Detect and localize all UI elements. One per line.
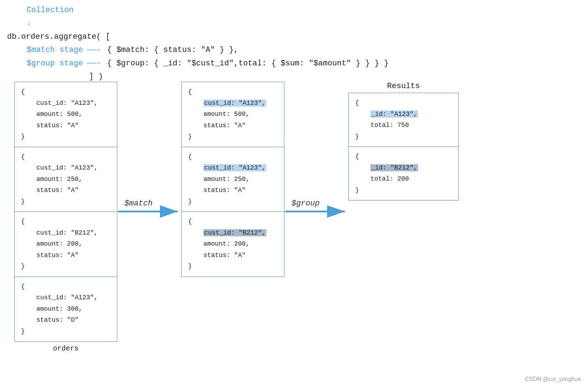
doc4-line4: } bbox=[21, 326, 111, 337]
doc1-line4: } bbox=[21, 131, 111, 143]
mdoc3-line4: } bbox=[188, 261, 278, 272]
code-section: Collection ↓ db.orders.aggregate( [ $mat… bbox=[7, 4, 389, 83]
doc2-line1: cust_id: "A123", bbox=[21, 162, 111, 174]
watermark: CSDN @cui_yonghua bbox=[525, 376, 581, 382]
collection-label: Collection bbox=[27, 6, 74, 15]
mdoc2-line2: amount: 250, bbox=[188, 174, 278, 185]
mdoc2-line0: { bbox=[188, 151, 278, 163]
mdoc3-line3: status: "A" bbox=[188, 250, 278, 261]
code-line1: db.orders.aggregate( [ bbox=[7, 30, 389, 43]
doc2-line3: status: "A" bbox=[21, 185, 111, 196]
rdoc2-line1: _id: "B212", bbox=[355, 162, 452, 174]
mdoc1-line1: cust_id: "A123", bbox=[188, 98, 278, 109]
doc4-line1: cust_id: "A123", bbox=[21, 292, 111, 304]
doc3-line1: cust_id: "B212", bbox=[21, 227, 111, 239]
doc3-line0: { bbox=[21, 216, 111, 227]
match-stage-row: $match stage ——→ { $match: { status: "A"… bbox=[27, 43, 389, 57]
doc3-line4: } bbox=[21, 261, 111, 272]
rdoc1-line3: } bbox=[355, 131, 452, 143]
match-doc-1: { cust_id: "A123", amount: 500, status: … bbox=[181, 82, 284, 147]
group-stage-arrow: ——→ bbox=[87, 57, 100, 69]
match-stage-arrow: ——→ bbox=[87, 44, 100, 56]
match-doc-3: { cust_id: "B212", amount: 200, status: … bbox=[181, 212, 284, 277]
mdoc2-line3: status: "A" bbox=[188, 185, 278, 196]
results-title: Results bbox=[348, 82, 459, 91]
doc1-line1: cust_id: "A123", bbox=[21, 98, 111, 109]
group-arrow-label: $group bbox=[292, 199, 320, 208]
rdoc1-line0: { bbox=[355, 97, 452, 109]
doc-box-1: { cust_id: "A123", amount: 500, status: … bbox=[14, 82, 117, 147]
rdoc1-line1: _id: "A123", bbox=[355, 109, 452, 120]
rdoc2-line3: } bbox=[355, 185, 452, 196]
mdoc1-highlight: cust_id: "A123", bbox=[203, 100, 266, 107]
results-box: Results { _id: "A123", total: 750 } { _i… bbox=[348, 82, 459, 200]
mdoc1-line2: amount: 500, bbox=[188, 109, 278, 120]
mdoc3-line0: { bbox=[188, 216, 278, 227]
mdoc2-highlight: cust_id: "A123", bbox=[203, 164, 266, 171]
doc2-line4: } bbox=[21, 196, 111, 208]
doc2-line2: amount: 250, bbox=[21, 174, 111, 185]
doc-box-2: { cust_id: "A123", amount: 250, status: … bbox=[14, 147, 117, 212]
group-stage-code: { $group: { _id: "$cust_id",total: { $su… bbox=[107, 57, 389, 70]
doc2-line0: { bbox=[21, 151, 111, 163]
rdoc1-line2: total: 750 bbox=[355, 120, 452, 131]
doc1-line2: amount: 500, bbox=[21, 109, 111, 120]
match-stage-code: { $match: { status: "A" } }, bbox=[107, 43, 239, 57]
doc3-line2: amount: 200, bbox=[21, 238, 111, 250]
diagram: $match $group { cust_id: "A123", amount:… bbox=[7, 82, 583, 377]
match-box: { cust_id: "A123", amount: 500, status: … bbox=[181, 82, 284, 277]
group-stage-label: $group stage bbox=[27, 57, 87, 70]
doc4-line3: status: "D" bbox=[21, 315, 111, 326]
rdoc2-highlight: _id: "B212", bbox=[370, 164, 418, 171]
mdoc1-line3: status: "A" bbox=[188, 120, 278, 132]
code-line-end: ] ) bbox=[89, 70, 389, 83]
mdoc2-line4: } bbox=[188, 196, 278, 208]
match-doc-2: { cust_id: "A123", amount: 250, status: … bbox=[181, 147, 284, 212]
doc-box-4: { cust_id: "A123", amount: 300, status: … bbox=[14, 277, 117, 342]
doc1-line0: { bbox=[21, 86, 111, 98]
doc4-line0: { bbox=[21, 281, 111, 293]
match-stage-label: $match stage bbox=[27, 43, 87, 57]
result-doc-2: { _id: "B212", total: 200 } bbox=[348, 147, 459, 200]
match-arrow-label: $match bbox=[124, 199, 153, 208]
rdoc1-highlight: _id: "A123", bbox=[370, 111, 418, 118]
collection-name: orders bbox=[14, 344, 117, 353]
doc-box-3: { cust_id: "B212", amount: 200, status: … bbox=[14, 212, 117, 277]
mdoc3-line2: amount: 200, bbox=[188, 238, 278, 250]
rdoc2-line2: total: 200 bbox=[355, 173, 452, 185]
group-stage-row: $group stage ——→ { $group: { _id: "$cust… bbox=[27, 57, 389, 70]
rdoc2-line0: { bbox=[355, 151, 452, 162]
doc1-line3: status: "A" bbox=[21, 120, 111, 132]
result-doc-1: { _id: "A123", total: 750 } bbox=[348, 93, 459, 147]
mdoc1-line0: { bbox=[188, 86, 278, 98]
doc4-line2: amount: 300, bbox=[21, 304, 111, 315]
doc3-line3: status: "A" bbox=[21, 250, 111, 261]
mdoc1-line4: } bbox=[188, 131, 278, 143]
collection-box: { cust_id: "A123", amount: 500, status: … bbox=[14, 82, 117, 353]
mdoc3-line1: cust_id: "B212", bbox=[188, 227, 278, 239]
mdoc2-line1: cust_id: "A123", bbox=[188, 162, 278, 174]
mdoc3-highlight: cust_id: "B212", bbox=[203, 229, 266, 236]
arrow-down: ↓ bbox=[27, 17, 31, 30]
